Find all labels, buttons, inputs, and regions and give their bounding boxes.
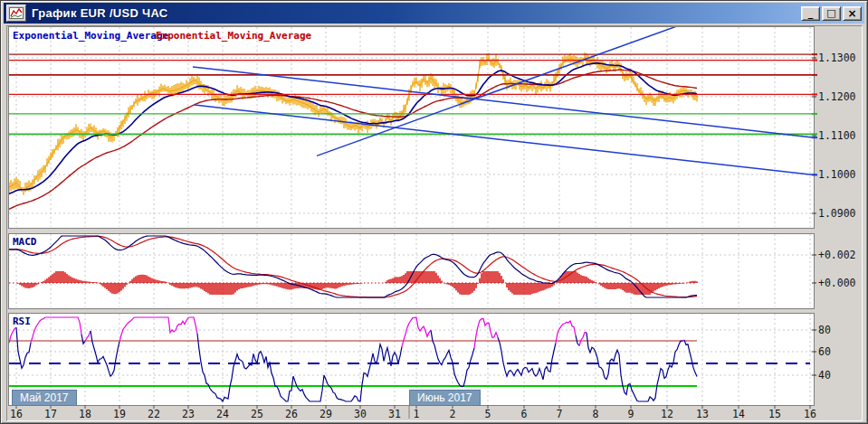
month-label-may: Май 2017 (12, 390, 77, 406)
axis-label: 19 (113, 408, 126, 420)
month-label-june: Июнь 2017 (409, 390, 481, 406)
axis-label: 18 (79, 408, 91, 420)
axis-label: 15 (768, 408, 781, 420)
macd-panel-label: MACD (13, 236, 37, 248)
axis-label: 5 (485, 408, 491, 420)
rsi-panel-label: RSI (13, 316, 31, 327)
axis-label: 22 (148, 408, 160, 420)
axis-label: 40 (818, 369, 831, 382)
axis-label: 7 (557, 408, 563, 420)
axis-label: 14 (732, 408, 745, 420)
axis-label: 2 (450, 408, 456, 420)
legend-ema-fast-label: Exponential_Moving_Average (13, 30, 168, 42)
axis-label: 1.1000 (818, 168, 856, 181)
chart-canvas[interactable]: 1.13001.12001.11001.10001.0900+0.002+0.0… (0, 0, 868, 424)
axis-label: 1.1300 (818, 52, 856, 64)
axis-label: 16 (804, 408, 816, 420)
axis-label: 17 (44, 408, 57, 420)
axis-label: 1.0900 (818, 207, 856, 220)
axis-label: 25 (251, 408, 263, 420)
axis-label: +0.000 (818, 277, 856, 289)
axis-label: 31 (388, 408, 401, 420)
axis-label: 23 (182, 408, 195, 420)
axis-label: 6 (521, 408, 528, 420)
axis-label: 1.1100 (818, 129, 856, 142)
axis-label: 80 (818, 324, 831, 336)
axis-label: 1.1200 (818, 90, 856, 103)
axis-label: 30 (354, 408, 367, 420)
legend-ema-slow-label: Exponential_Moving_Average (156, 30, 311, 42)
axis-label: 24 (216, 408, 229, 420)
axis-label: 29 (320, 408, 332, 420)
axis-label: +0.002 (818, 249, 856, 261)
axis-label: 26 (285, 408, 298, 420)
axis-label: 8 (593, 408, 599, 420)
axis-label: 9 (628, 408, 634, 420)
axis-label: 13 (696, 408, 709, 420)
axis-label: 12 (661, 408, 673, 420)
axis-label: 60 (818, 345, 831, 358)
axis-label: 16 (10, 408, 23, 420)
axis-label: 1 (414, 408, 420, 420)
